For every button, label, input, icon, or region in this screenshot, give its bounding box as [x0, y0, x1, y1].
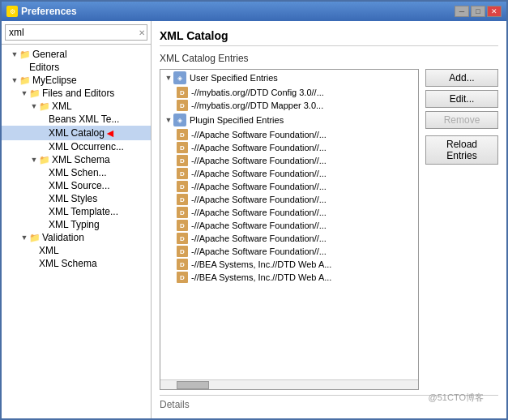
tree-item-xml-schema-group[interactable]: ▼ 📁 XML Schema	[2, 153, 151, 166]
selection-indicator: ◄	[105, 126, 116, 139]
tree-label-xml-source: XML Source...	[49, 180, 110, 191]
edit-button[interactable]: Edit...	[425, 90, 498, 108]
group-icon: ◈	[173, 71, 186, 84]
spacer	[39, 168, 49, 178]
plugin-entry-4[interactable]: D -//Apache Software Foundation//...	[160, 167, 418, 180]
tree-item-xml-occurrence[interactable]: XML Occurrenc...	[2, 140, 151, 153]
tree-label-xml-schema-group: XML Schema	[52, 154, 110, 165]
plugin-entry-10[interactable]: D -//Apache Software Foundation//...	[160, 245, 418, 258]
tree-item-files-editors[interactable]: ▼ 📁 Files and Editors	[2, 87, 151, 100]
tree-label-xml-template: XML Template...	[49, 206, 118, 217]
expand-icon: ▼	[10, 75, 19, 85]
group-icon: ◈	[173, 114, 186, 126]
plugin-entry-3[interactable]: D -//Apache Software Foundation//...	[160, 154, 418, 167]
tree-item-xml-schema-val[interactable]: XML Schema	[2, 257, 151, 270]
plugin-entry-11-text: -//BEA Systems, Inc.//DTD Web A...	[191, 259, 331, 269]
dtd-icon: D	[177, 100, 188, 111]
dtd-icon: D	[177, 87, 188, 98]
dtd-icon: D	[177, 194, 188, 205]
user-specified-group[interactable]: ▼ ◈ User Specified Entries	[160, 70, 418, 86]
tree-item-editors[interactable]: Editors	[2, 61, 151, 74]
folder-icon: 📁	[19, 75, 31, 86]
tree-label-xml-schema-val: XML Schema	[39, 258, 97, 269]
tree-item-xml-schen[interactable]: XML Schen...	[2, 166, 151, 179]
dtd-icon: D	[177, 155, 188, 166]
close-button[interactable]: ✕	[487, 6, 502, 17]
spacer	[39, 114, 49, 124]
watermark: @51CTO博客	[429, 392, 484, 404]
search-box: ✕	[2, 21, 151, 45]
tree-item-xml-val[interactable]: XML	[2, 244, 151, 257]
reload-button[interactable]: Reload Entries	[425, 135, 498, 165]
tree-item-myeclipse[interactable]: ▼ 📁 MyEclipse	[2, 74, 151, 87]
expand-icon: ▼	[29, 101, 39, 111]
dtd-icon: D	[177, 233, 188, 244]
tree-item-general[interactable]: ▼ 📁 General	[2, 48, 151, 61]
tree-label-beans-xml: Beans XML Te...	[49, 114, 119, 125]
tree-item-xml-source[interactable]: XML Source...	[2, 179, 151, 192]
user-entry-2[interactable]: D -//mybatis.org//DTD Mapper 3.0...	[160, 99, 418, 112]
dtd-icon: D	[177, 259, 188, 270]
plugin-entry-9-text: -//Apache Software Foundation//...	[191, 234, 327, 243]
plugin-entry-12-text: -//BEA Systems, Inc.//DTD Web A...	[191, 272, 331, 282]
plugin-entry-12[interactable]: D -//BEA Systems, Inc.//DTD Web A...	[160, 271, 418, 284]
catalog-area: ▼ ◈ User Specified Entries D -//mybatis.…	[160, 69, 498, 390]
spacer	[39, 128, 49, 138]
preferences-tree: ▼ 📁 General Editors ▼ 📁	[2, 45, 151, 418]
user-entry-2-text: -//mybatis.org//DTD Mapper 3.0...	[191, 101, 323, 110]
dtd-icon: D	[177, 181, 188, 192]
plugin-entry-8[interactable]: D -//Apache Software Foundation//...	[160, 219, 418, 232]
tree-label-editors: Editors	[29, 62, 59, 73]
plugin-specified-label: Plugin Specified Entries	[190, 115, 284, 125]
spacer	[29, 259, 39, 268]
window-title: Preferences	[21, 6, 77, 17]
plugin-entry-9[interactable]: D -//Apache Software Foundation//...	[160, 232, 418, 245]
plugin-specified-group[interactable]: ▼ ◈ Plugin Specified Entries	[160, 112, 418, 128]
tree-item-xml-styles[interactable]: XML Styles	[2, 192, 151, 205]
tree-label-xml-val: XML	[39, 245, 59, 256]
dtd-icon: D	[177, 220, 188, 231]
tree-item-validation[interactable]: ▼ 📁 Validation	[2, 231, 151, 244]
tree-item-xml-catalog[interactable]: XML Catalog ◄	[2, 126, 151, 140]
folder-icon: 📁	[29, 233, 41, 243]
right-panel: XML Catalog XML Catalog Entries ▼ ◈ User…	[152, 21, 506, 418]
tree-item-xml-template[interactable]: XML Template...	[2, 205, 151, 218]
app-icon: ⚙	[6, 6, 18, 17]
tree-label-general: General	[32, 49, 67, 60]
dtd-icon: D	[177, 168, 188, 179]
search-input[interactable]	[5, 24, 147, 41]
plugin-entry-5-text: -//Apache Software Foundation//...	[191, 182, 327, 191]
plugin-entry-6[interactable]: D -//Apache Software Foundation//...	[160, 193, 418, 206]
tree-item-beans-xml[interactable]: Beans XML Te...	[2, 113, 151, 126]
plugin-entry-8-text: -//Apache Software Foundation//...	[191, 221, 327, 230]
plugin-entry-7[interactable]: D -//Apache Software Foundation//...	[160, 206, 418, 219]
tree-label-xml: XML	[52, 101, 72, 112]
tree-label-files-editors: Files and Editors	[42, 88, 114, 99]
plugin-entry-4-text: -//Apache Software Foundation//...	[191, 169, 327, 178]
horizontal-scrollbar[interactable]	[160, 379, 418, 389]
add-button[interactable]: Add...	[425, 69, 498, 87]
user-entry-1[interactable]: D -//mybatis.org//DTD Config 3.0//...	[160, 86, 418, 99]
tree-label-xml-catalog: XML Catalog	[49, 127, 105, 139]
plugin-entry-1-text: -//Apache Software Foundation//...	[191, 130, 327, 139]
plugin-entry-2[interactable]: D -//Apache Software Foundation//...	[160, 141, 418, 154]
folder-icon: 📁	[39, 155, 50, 165]
spacer	[39, 181, 49, 191]
spacer	[19, 62, 29, 72]
plugin-entry-5[interactable]: D -//Apache Software Foundation//...	[160, 180, 418, 193]
plugin-entry-3-text: -//Apache Software Foundation//...	[191, 156, 327, 165]
plugin-entry-1[interactable]: D -//Apache Software Foundation//...	[160, 128, 418, 141]
scrollbar-thumb[interactable]	[177, 381, 209, 389]
tree-item-xml[interactable]: ▼ 📁 XML	[2, 100, 151, 113]
minimize-button[interactable]: ─	[455, 6, 469, 17]
search-clear-icon[interactable]: ✕	[139, 28, 145, 37]
dtd-icon: D	[177, 246, 188, 257]
expand-icon: ▼	[29, 155, 39, 165]
maximize-button[interactable]: □	[471, 6, 485, 17]
catalog-list[interactable]: ▼ ◈ User Specified Entries D -//mybatis.…	[160, 70, 418, 379]
content-area: ✕ ▼ 📁 General Editors	[2, 21, 506, 418]
plugin-entry-11[interactable]: D -//BEA Systems, Inc.//DTD Web A...	[160, 258, 418, 271]
remove-button[interactable]: Remove	[425, 111, 498, 129]
dtd-icon: D	[177, 207, 188, 218]
tree-item-xml-typing[interactable]: XML Typing	[2, 218, 151, 231]
